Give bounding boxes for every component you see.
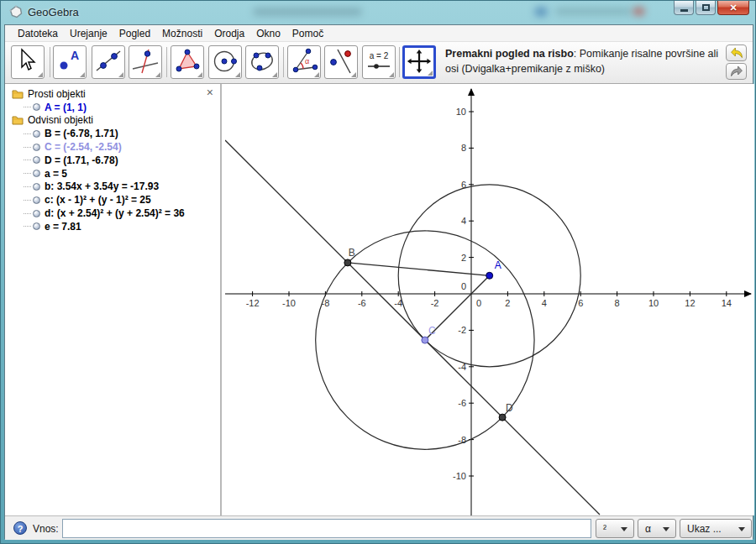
algebra-item[interactable]: e = 7.81 <box>5 220 220 233</box>
titlebar-glass-decoration <box>534 7 548 17</box>
tool-circle-center-point[interactable] <box>208 45 242 79</box>
y-axis-tick-label: 10 <box>456 107 466 117</box>
titlebar[interactable]: GeoGebra ✕ <box>1 1 756 24</box>
menu-okno[interactable]: Okno <box>250 26 286 41</box>
line-b[interactable] <box>225 140 600 515</box>
algebra-item-text: a = 5 <box>45 168 67 180</box>
x-axis-arrow-icon <box>744 290 752 297</box>
algebra-item[interactable]: D = (1.71, -6.78) <box>5 154 220 167</box>
tool-dropdown-icon[interactable] <box>314 72 319 77</box>
algebra-item[interactable]: a = 5 <box>5 167 220 180</box>
command-input[interactable] <box>62 519 591 538</box>
toolbar-separator <box>399 47 400 77</box>
tool-move[interactable] <box>11 45 45 79</box>
tool-dropdown-icon[interactable] <box>235 72 240 77</box>
object-marble-icon[interactable] <box>33 103 40 111</box>
algebra-item[interactable]: b: 3.54x + 3.54y = -17.93 <box>5 180 220 194</box>
redo-button[interactable] <box>726 63 747 80</box>
segment-e[interactable] <box>348 263 490 275</box>
menu-pomoč[interactable]: Pomoč <box>286 26 329 41</box>
point-D[interactable] <box>499 414 506 421</box>
point-A[interactable] <box>486 272 493 279</box>
command-dropdown[interactable]: Ukaz ... <box>680 519 752 538</box>
input-bar: ? Vnos: ²αUkaz ... <box>5 515 753 540</box>
input-help-icon[interactable]: ? <box>13 521 27 535</box>
point-B[interactable] <box>344 259 351 266</box>
x-axis-tick-label: 8 <box>615 298 620 308</box>
input-label: Vnos: <box>33 523 59 535</box>
x-axis-tick-label: 2 <box>505 298 510 308</box>
maximize-button[interactable] <box>696 1 716 15</box>
tool-dropdown-icon[interactable] <box>428 71 433 76</box>
menu-pogled[interactable]: Pogled <box>113 26 156 41</box>
graphics-view[interactable]: -12-10-8-6-4-2024681012141086420-2-4-6-8… <box>222 84 754 515</box>
tree-connector <box>24 133 31 134</box>
point-label-A: A <box>495 259 501 271</box>
algebra-item[interactable]: d: (x + 2.54)² + (y + 2.54)² = 36 <box>5 207 220 220</box>
object-marble-icon[interactable] <box>33 130 40 138</box>
tool-reflect-object[interactable] <box>324 45 358 79</box>
tool-dropdown-icon[interactable] <box>272 72 277 77</box>
object-marble-icon[interactable] <box>33 170 40 177</box>
tool-polygon[interactable] <box>171 45 204 79</box>
tool-conic-through-points[interactable] <box>245 45 279 79</box>
tree-connector <box>24 213 31 214</box>
tool-dropdown-icon[interactable] <box>118 72 123 77</box>
greek-dropdown[interactable]: α <box>638 519 676 538</box>
undo-button[interactable] <box>726 44 747 61</box>
angle-icon: α <box>290 47 318 76</box>
object-marble-icon[interactable] <box>33 210 40 217</box>
algebra-item[interactable]: A = (1, 1) <box>5 101 220 114</box>
tool-slider[interactable]: a = 2 <box>362 45 396 79</box>
tool-dropdown-icon[interactable] <box>80 72 85 77</box>
titlebar-glass-decoration <box>555 8 631 15</box>
tool-new-point[interactable]: A <box>53 45 87 79</box>
y-axis-tick-label: -2 <box>458 325 466 335</box>
tool-dropdown-icon[interactable] <box>197 72 202 77</box>
tool-dropdown-icon[interactable] <box>351 72 356 77</box>
object-marble-icon[interactable] <box>33 156 40 164</box>
algebra-close-icon[interactable]: × <box>207 86 213 98</box>
algebra-item-text: d: (x + 2.54)² + (y + 2.54)² = 36 <box>45 207 185 219</box>
object-marble-icon[interactable] <box>33 144 40 151</box>
y-axis-tick-label: 2 <box>461 253 466 263</box>
algebra-section[interactable]: Odvisni objekti <box>5 114 220 128</box>
tool-move-graphics-view[interactable] <box>402 45 436 79</box>
tree-connector <box>24 173 31 174</box>
menu-urejanje[interactable]: Urejanje <box>64 26 113 41</box>
slider-icon: a = 2 <box>365 47 393 76</box>
tool-dropdown-icon[interactable] <box>389 72 394 77</box>
graph-canvas[interactable]: -12-10-8-6-4-2024681012141086420-2-4-6-8… <box>225 84 754 515</box>
object-marble-icon[interactable] <box>33 222 40 230</box>
tool-dropdown-icon[interactable] <box>38 72 43 77</box>
tool-angle[interactable]: α <box>287 45 321 79</box>
point-C[interactable] <box>422 337 428 343</box>
algebra-section[interactable]: Prosti objekti <box>5 87 220 101</box>
object-marble-icon[interactable] <box>33 196 40 204</box>
x-axis-tick-label: 14 <box>722 298 732 308</box>
exponent-dropdown[interactable]: ² <box>596 519 634 538</box>
undo-arrow-icon <box>728 46 745 60</box>
point-label-C: C <box>428 325 436 337</box>
menu-možnosti[interactable]: Možnosti <box>156 26 208 41</box>
menu-orodja[interactable]: Orodja <box>208 26 250 41</box>
folder-icon <box>12 89 24 99</box>
algebra-item[interactable]: c: (x - 1)² + (y - 1)² = 25 <box>5 193 220 207</box>
tool-dropdown-icon[interactable] <box>155 72 160 77</box>
point-label-B: B <box>349 247 355 259</box>
close-button[interactable]: ✕ <box>717 1 749 15</box>
object-marble-icon[interactable] <box>33 183 40 191</box>
algebra-item[interactable]: B = (-6.78, 1.71) <box>5 127 220 140</box>
minimize-button[interactable] <box>674 1 694 15</box>
tree-connector <box>24 160 31 160</box>
menu-datoteka[interactable]: Datoteka <box>12 26 64 41</box>
y-axis-tick-label: 0 <box>461 281 466 291</box>
titlebar-glass-decoration <box>633 7 645 16</box>
y-axis-tick-label: -10 <box>453 471 466 481</box>
algebra-item-text: c: (x - 1)² + (y - 1)² = 25 <box>45 194 151 206</box>
tool-perpendicular-line[interactable] <box>129 45 162 79</box>
tool-line-through-two-points[interactable] <box>92 45 125 79</box>
x-axis-tick-label: -6 <box>358 298 366 308</box>
geogebra-window: GeoGebra ✕ DatotekaUrejanjePogledMožnost… <box>0 0 756 544</box>
algebra-item[interactable]: C = (-2.54, -2.54) <box>5 140 220 154</box>
